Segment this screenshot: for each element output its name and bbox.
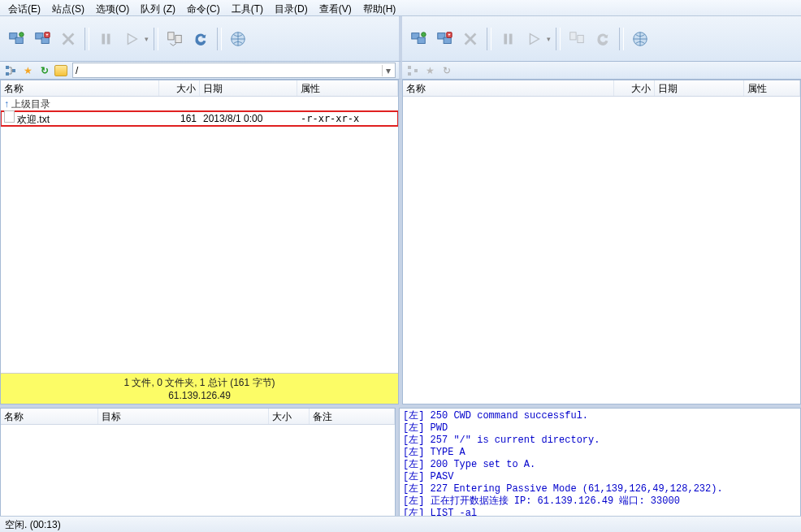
app-status-text: 空闲. (00:13) bbox=[5, 519, 61, 530]
menu-queue[interactable]: 队列 (Z) bbox=[136, 2, 180, 14]
log-line: [左] 250 CWD command successful. bbox=[403, 410, 797, 422]
svg-rect-6 bbox=[102, 33, 105, 44]
left-status-line2: 61.139.126.49 bbox=[168, 390, 231, 401]
disconnect-button[interactable] bbox=[31, 28, 54, 50]
file-icon bbox=[4, 110, 15, 123]
svg-rect-9 bbox=[175, 35, 181, 42]
svg-rect-12 bbox=[418, 37, 425, 43]
log-line: [左] PWD bbox=[403, 422, 797, 435]
left-file-list[interactable]: ↑上级目录 欢迎.txt 161 2013/8/1 0:00 -r-xr-xr-… bbox=[1, 97, 398, 373]
left-status-line1: 1 文件, 0 文件夹, 1 总计 (161 字节) bbox=[123, 377, 275, 388]
menu-site[interactable]: 站点(S) bbox=[47, 2, 89, 14]
play-button[interactable] bbox=[120, 28, 143, 50]
toolbar-separator bbox=[217, 28, 222, 50]
up-nav-icon-r[interactable]: ↻ bbox=[439, 63, 454, 78]
menu-tools[interactable]: 工具(T) bbox=[227, 2, 268, 14]
refresh-button[interactable] bbox=[189, 28, 212, 50]
right-file-list[interactable] bbox=[403, 97, 800, 404]
toolbar-separator bbox=[619, 28, 624, 50]
pause-button[interactable] bbox=[94, 28, 117, 50]
right-column-header: 名称 大小 日期 属性 bbox=[403, 80, 800, 97]
col-date[interactable]: 日期 bbox=[200, 80, 297, 96]
qcol-name[interactable]: 名称 bbox=[1, 409, 98, 424]
favorite-icon[interactable]: ★ bbox=[20, 63, 35, 78]
svg-rect-19 bbox=[570, 32, 576, 39]
file-attrs: -r-xr-xr-x bbox=[297, 112, 398, 125]
log-pane[interactable]: [左] 250 CWD command successful.[左] PWD[左… bbox=[399, 408, 801, 525]
left-address-bar: ★ ↻ / ▾ bbox=[0, 62, 402, 80]
log-line: [左] TYPE A bbox=[403, 447, 797, 459]
qcol-target[interactable]: 目标 bbox=[98, 409, 269, 424]
path-dropdown-icon[interactable]: ▾ bbox=[382, 65, 393, 76]
col-name-r[interactable]: 名称 bbox=[403, 80, 614, 96]
globe-button-r[interactable] bbox=[629, 28, 652, 50]
connect-button-r[interactable] bbox=[407, 28, 430, 50]
abort-button-r[interactable] bbox=[459, 28, 482, 50]
play-button-r[interactable] bbox=[522, 28, 545, 50]
left-status-bar: 1 文件, 0 文件夹, 1 总计 (161 字节) 61.139.126.49 bbox=[1, 373, 398, 404]
queue-list[interactable] bbox=[1, 425, 395, 524]
log-line: [左] 200 Type set to A. bbox=[403, 459, 797, 471]
play-dropdown-icon-r[interactable]: ▾ bbox=[547, 35, 551, 43]
svg-rect-25 bbox=[408, 66, 411, 69]
disconnect-button-r[interactable] bbox=[433, 28, 456, 50]
folder-icon bbox=[54, 65, 67, 76]
left-toolbar: ▾ bbox=[0, 16, 402, 62]
svg-rect-22 bbox=[6, 66, 9, 69]
queue-column-header: 名称 目标 大小 备注 bbox=[1, 409, 395, 425]
abort-button[interactable] bbox=[57, 28, 80, 50]
col-name[interactable]: 名称 bbox=[1, 80, 159, 96]
svg-rect-8 bbox=[168, 32, 174, 39]
menu-options[interactable]: 选项(O) bbox=[91, 2, 134, 14]
qcol-size[interactable]: 大小 bbox=[269, 409, 310, 424]
up-nav-icon[interactable]: ↻ bbox=[37, 63, 52, 78]
log-line: [左] 227 Entering Passive Mode (61,139,12… bbox=[403, 483, 797, 495]
toolbar-separator bbox=[556, 28, 561, 50]
file-row[interactable]: 欢迎.txt 161 2013/8/1 0:00 -r-xr-xr-x bbox=[1, 111, 398, 126]
menubar: 会话(E) 站点(S) 选项(O) 队列 (Z) 命令(C) 工具(T) 目录(… bbox=[0, 0, 801, 16]
file-size: 161 bbox=[159, 112, 200, 125]
toolbar-separator bbox=[487, 28, 491, 50]
svg-rect-17 bbox=[504, 33, 507, 44]
log-line: [左] PASV bbox=[403, 471, 797, 483]
up-arrow-icon: ↑ bbox=[4, 98, 9, 110]
svg-rect-20 bbox=[578, 35, 583, 42]
menu-directory[interactable]: 目录(D) bbox=[270, 2, 313, 14]
globe-button[interactable] bbox=[227, 28, 249, 50]
svg-rect-4 bbox=[41, 37, 49, 43]
log-line: [左] 257 "/" is current directory. bbox=[403, 435, 797, 447]
svg-point-13 bbox=[422, 32, 426, 37]
pause-button-r[interactable] bbox=[496, 28, 519, 50]
queue-pane: 名称 目标 大小 备注 bbox=[0, 408, 396, 525]
svg-rect-15 bbox=[444, 37, 451, 43]
refresh-button-r[interactable] bbox=[591, 28, 614, 50]
right-address-bar: ★ ↻ bbox=[402, 62, 801, 80]
parent-dir-label: 上级目录 bbox=[11, 98, 50, 110]
col-date-r[interactable]: 日期 bbox=[655, 80, 744, 96]
menu-view[interactable]: 查看(V) bbox=[314, 2, 357, 14]
svg-rect-27 bbox=[414, 69, 418, 72]
play-dropdown-icon[interactable]: ▾ bbox=[145, 35, 149, 43]
col-size[interactable]: 大小 bbox=[159, 80, 200, 96]
qcol-remark[interactable]: 备注 bbox=[310, 409, 395, 424]
left-path-text: / bbox=[76, 65, 78, 76]
connect-button[interactable] bbox=[5, 28, 28, 50]
right-file-pane: 名称 大小 日期 属性 bbox=[402, 80, 801, 404]
favorite-icon-r[interactable]: ★ bbox=[422, 63, 437, 78]
transfer-mode-button[interactable] bbox=[163, 28, 186, 50]
tree-icon[interactable] bbox=[3, 63, 18, 78]
log-line: [左] 正在打开数据连接 IP: 61.139.126.49 端口: 33000 bbox=[403, 495, 797, 508]
left-path-input[interactable]: / ▾ bbox=[72, 63, 396, 78]
tree-icon-r[interactable] bbox=[405, 63, 420, 78]
col-size-r[interactable]: 大小 bbox=[614, 80, 655, 96]
file-name: 欢迎.txt bbox=[17, 114, 50, 125]
col-attrs[interactable]: 属性 bbox=[297, 80, 398, 96]
right-toolbar: ▾ bbox=[402, 16, 801, 62]
menu-commands[interactable]: 命令(C) bbox=[182, 2, 225, 14]
transfer-mode-button-r[interactable] bbox=[565, 28, 588, 50]
col-attrs-r[interactable]: 属性 bbox=[744, 80, 800, 96]
menu-help[interactable]: 帮助(H) bbox=[358, 2, 401, 14]
toolbar-separator bbox=[84, 28, 89, 50]
svg-point-2 bbox=[19, 32, 24, 37]
menu-session[interactable]: 会话(E) bbox=[3, 2, 45, 14]
